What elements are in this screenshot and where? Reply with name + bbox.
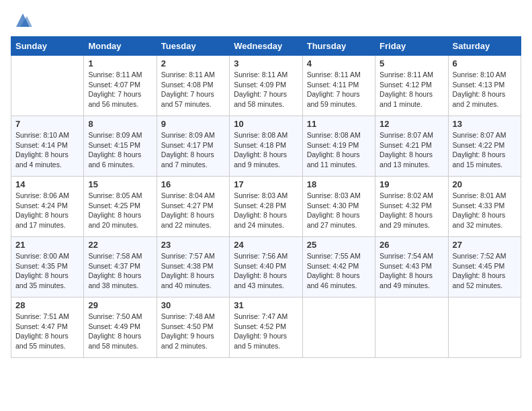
calendar-cell: 21Sunrise: 8:00 AMSunset: 4:35 PMDayligh… (11, 237, 84, 298)
cell-info: Sunrise: 8:07 AMSunset: 4:21 PMDaylight:… (380, 130, 443, 170)
cell-info: Sunrise: 8:11 AMSunset: 4:12 PMDaylight:… (380, 70, 443, 109)
day-number: 19 (380, 179, 443, 189)
col-header-tuesday: Tuesday (157, 37, 229, 56)
day-number: 30 (161, 300, 225, 310)
cell-info: Sunrise: 8:05 AMSunset: 4:25 PMDaylight:… (88, 191, 152, 230)
cell-info: Sunrise: 8:09 AMSunset: 4:17 PMDaylight:… (161, 130, 225, 170)
day-number: 5 (380, 58, 443, 68)
calendar-cell (302, 298, 375, 358)
day-number: 18 (307, 179, 371, 189)
calendar-cell: 12Sunrise: 8:07 AMSunset: 4:21 PMDayligh… (375, 116, 448, 177)
calendar-table: SundayMondayTuesdayWednesdayThursdayFrid… (11, 36, 521, 358)
calendar-cell: 3Sunrise: 8:11 AMSunset: 4:09 PMDaylight… (230, 56, 302, 116)
day-number: 25 (307, 240, 371, 250)
col-header-monday: Monday (84, 37, 157, 56)
day-number: 9 (161, 119, 225, 129)
col-header-thursday: Thursday (302, 37, 375, 56)
calendar-cell: 27Sunrise: 7:52 AMSunset: 4:45 PMDayligh… (448, 237, 521, 298)
calendar-cell (11, 56, 84, 116)
calendar-cell (448, 298, 521, 358)
cell-info: Sunrise: 7:57 AMSunset: 4:38 PMDaylight:… (161, 251, 225, 291)
day-number: 26 (380, 240, 443, 250)
calendar-cell: 4Sunrise: 8:11 AMSunset: 4:11 PMDaylight… (302, 56, 375, 116)
logo-icon (13, 11, 32, 30)
calendar-cell: 6Sunrise: 8:10 AMSunset: 4:13 PMDaylight… (448, 56, 521, 116)
cell-info: Sunrise: 7:58 AMSunset: 4:37 PMDaylight:… (88, 251, 152, 291)
cell-info: Sunrise: 7:51 AMSunset: 4:47 PMDaylight:… (15, 312, 79, 351)
calendar-cell (375, 298, 448, 358)
cell-info: Sunrise: 8:11 AMSunset: 4:11 PMDaylight:… (307, 70, 371, 109)
calendar-cell: 10Sunrise: 8:08 AMSunset: 4:18 PMDayligh… (230, 116, 302, 177)
cell-info: Sunrise: 8:11 AMSunset: 4:09 PMDaylight:… (234, 70, 298, 109)
cell-info: Sunrise: 7:48 AMSunset: 4:50 PMDaylight:… (161, 312, 225, 351)
page-header (11, 11, 521, 30)
calendar-cell: 16Sunrise: 8:04 AMSunset: 4:27 PMDayligh… (157, 177, 229, 237)
calendar-cell: 13Sunrise: 8:07 AMSunset: 4:22 PMDayligh… (448, 116, 521, 177)
calendar-cell: 18Sunrise: 8:03 AMSunset: 4:30 PMDayligh… (302, 177, 375, 237)
calendar-cell: 5Sunrise: 8:11 AMSunset: 4:12 PMDaylight… (375, 56, 448, 116)
col-header-saturday: Saturday (448, 37, 521, 56)
cell-info: Sunrise: 7:56 AMSunset: 4:40 PMDaylight:… (234, 251, 298, 291)
day-number: 31 (234, 300, 298, 310)
calendar-cell: 23Sunrise: 7:57 AMSunset: 4:38 PMDayligh… (157, 237, 229, 298)
calendar-cell: 26Sunrise: 7:54 AMSunset: 4:43 PMDayligh… (375, 237, 448, 298)
cell-info: Sunrise: 8:07 AMSunset: 4:22 PMDaylight:… (453, 130, 517, 170)
calendar-cell: 20Sunrise: 8:01 AMSunset: 4:33 PMDayligh… (448, 177, 521, 237)
calendar-cell: 1Sunrise: 8:11 AMSunset: 4:07 PMDaylight… (84, 56, 157, 116)
col-header-wednesday: Wednesday (230, 37, 302, 56)
calendar-cell: 22Sunrise: 7:58 AMSunset: 4:37 PMDayligh… (84, 237, 157, 298)
calendar-cell: 7Sunrise: 8:10 AMSunset: 4:14 PMDaylight… (11, 116, 84, 177)
cell-info: Sunrise: 8:03 AMSunset: 4:28 PMDaylight:… (234, 191, 298, 230)
calendar-cell: 15Sunrise: 8:05 AMSunset: 4:25 PMDayligh… (84, 177, 157, 237)
day-number: 16 (161, 179, 225, 189)
calendar-cell: 31Sunrise: 7:47 AMSunset: 4:52 PMDayligh… (230, 298, 302, 358)
cell-info: Sunrise: 7:55 AMSunset: 4:42 PMDaylight:… (307, 251, 371, 291)
calendar-cell: 25Sunrise: 7:55 AMSunset: 4:42 PMDayligh… (302, 237, 375, 298)
day-number: 13 (453, 119, 517, 129)
day-number: 6 (453, 58, 517, 68)
day-number: 8 (88, 119, 152, 129)
cell-info: Sunrise: 8:11 AMSunset: 4:07 PMDaylight:… (88, 70, 152, 109)
day-number: 1 (88, 58, 152, 68)
cell-info: Sunrise: 8:08 AMSunset: 4:19 PMDaylight:… (307, 130, 371, 170)
cell-info: Sunrise: 7:47 AMSunset: 4:52 PMDaylight:… (234, 312, 298, 351)
day-number: 15 (88, 179, 152, 189)
day-number: 12 (380, 119, 443, 129)
day-number: 28 (15, 300, 79, 310)
day-number: 21 (15, 240, 79, 250)
calendar-cell: 2Sunrise: 8:11 AMSunset: 4:08 PMDaylight… (157, 56, 229, 116)
day-number: 22 (88, 240, 152, 250)
day-number: 3 (234, 58, 298, 68)
cell-info: Sunrise: 7:52 AMSunset: 4:45 PMDaylight:… (453, 251, 517, 291)
day-number: 4 (307, 58, 371, 68)
day-number: 27 (453, 240, 517, 250)
day-number: 29 (88, 300, 152, 310)
cell-info: Sunrise: 8:08 AMSunset: 4:18 PMDaylight:… (234, 130, 298, 170)
cell-info: Sunrise: 8:10 AMSunset: 4:13 PMDaylight:… (453, 70, 517, 109)
cell-info: Sunrise: 7:50 AMSunset: 4:49 PMDaylight:… (88, 312, 152, 351)
col-header-sunday: Sunday (11, 37, 84, 56)
cell-info: Sunrise: 8:03 AMSunset: 4:30 PMDaylight:… (307, 191, 371, 230)
calendar-cell: 28Sunrise: 7:51 AMSunset: 4:47 PMDayligh… (11, 298, 84, 358)
cell-info: Sunrise: 8:02 AMSunset: 4:32 PMDaylight:… (380, 191, 443, 230)
calendar-cell: 17Sunrise: 8:03 AMSunset: 4:28 PMDayligh… (230, 177, 302, 237)
cell-info: Sunrise: 8:04 AMSunset: 4:27 PMDaylight:… (161, 191, 225, 230)
day-number: 17 (234, 179, 298, 189)
cell-info: Sunrise: 8:10 AMSunset: 4:14 PMDaylight:… (15, 130, 79, 170)
cell-info: Sunrise: 8:01 AMSunset: 4:33 PMDaylight:… (453, 191, 517, 230)
day-number: 7 (15, 119, 79, 129)
day-number: 24 (234, 240, 298, 250)
cell-info: Sunrise: 8:06 AMSunset: 4:24 PMDaylight:… (15, 191, 79, 230)
calendar-cell: 11Sunrise: 8:08 AMSunset: 4:19 PMDayligh… (302, 116, 375, 177)
cell-info: Sunrise: 8:00 AMSunset: 4:35 PMDaylight:… (15, 251, 79, 291)
day-number: 2 (161, 58, 225, 68)
calendar-cell: 29Sunrise: 7:50 AMSunset: 4:49 PMDayligh… (84, 298, 157, 358)
logo (11, 11, 32, 30)
day-number: 10 (234, 119, 298, 129)
day-number: 23 (161, 240, 225, 250)
calendar-cell: 24Sunrise: 7:56 AMSunset: 4:40 PMDayligh… (230, 237, 302, 298)
cell-info: Sunrise: 8:09 AMSunset: 4:15 PMDaylight:… (88, 130, 152, 170)
calendar-cell: 30Sunrise: 7:48 AMSunset: 4:50 PMDayligh… (157, 298, 229, 358)
day-number: 14 (15, 179, 79, 189)
calendar-cell: 8Sunrise: 8:09 AMSunset: 4:15 PMDaylight… (84, 116, 157, 177)
